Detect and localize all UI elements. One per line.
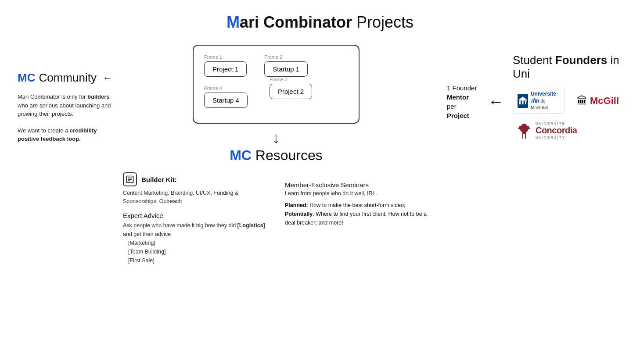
- left-arrow: ←: [103, 72, 112, 84]
- project-pill-1: Project 1: [204, 61, 247, 77]
- mcgill-logo: 🏛 McGill: [573, 93, 622, 109]
- projects-row-bottom: Frame 4 Startup 4 Frame 3 Project 2: [204, 81, 348, 108]
- udem-icon: [518, 94, 528, 108]
- page-header: Mari Combinator Projects: [18, 13, 622, 32]
- center-column: Frame 1 Project 1 Frame 2 Startup 1 Fram…: [114, 45, 438, 265]
- logos-grid: Université m̓h de Montréal 🏛 McGill: [513, 88, 622, 141]
- title-mc: Mari Combinator: [227, 13, 352, 31]
- right-column: 1 Founder Mentor per Project ← Student F…: [438, 45, 622, 163]
- page-wrapper: Mari Combinator Projects MC Community ← …: [0, 0, 640, 364]
- logos-row-1: Université m̓h de Montréal 🏛 McGill: [513, 88, 622, 114]
- expert-marketing: [Marketing]: [123, 239, 267, 247]
- project-item-3: Frame 3 Project 2: [265, 77, 312, 99]
- concordia-name: Concordia: [536, 125, 577, 136]
- project-pill-3: Project 2: [270, 84, 312, 99]
- builder-kit-desc: Content Marketing, Branding, UI/UX, Fund…: [123, 189, 267, 206]
- resource-right: Member-Exclusive Seminars Learn from peo…: [285, 172, 429, 227]
- title-m: M: [227, 13, 240, 31]
- seminars-section: Member-Exclusive Seminars Learn from peo…: [285, 181, 429, 227]
- founder-mentor-section: 1 Founder Mentor per Project ← Student F…: [447, 54, 622, 150]
- frame-1-label: Frame 1: [204, 54, 247, 60]
- student-founders-section: Student Founders in Uni: [513, 54, 622, 141]
- mc-community-heading: MC Community ←: [18, 71, 114, 85]
- page-title: Mari Combinator Projects: [18, 13, 622, 32]
- mc-feedback-text: We want to create a credibility positive…: [18, 126, 114, 143]
- notion-icon: [123, 172, 137, 186]
- seminars-subtitle: Learn from people who do it well, IRL.: [285, 190, 429, 196]
- seminars-title: Member-Exclusive Seminars: [285, 181, 429, 189]
- expert-advice-section: Expert Advice Ask people who have made i…: [123, 212, 267, 265]
- concordia-stag-icon: [516, 122, 532, 139]
- udem-text: Université m̓h de Montréal: [531, 91, 560, 111]
- founder-mentor-arrow: ←: [488, 93, 504, 111]
- community-label: Community: [39, 71, 96, 85]
- concordia-uni-top: UNIVERSITÉ: [536, 121, 577, 125]
- left-column: MC Community ← Mari Combinator is only f…: [18, 45, 114, 143]
- resource-left: Builder Kit: Content Marketing, Branding…: [123, 172, 267, 265]
- project-item-2: Frame 2 Startup 1: [264, 54, 308, 77]
- svg-rect-4: [519, 101, 521, 104]
- student-founders-title: Student Founders in Uni: [513, 54, 622, 81]
- resources-rest: Resources: [255, 147, 323, 163]
- founder-mentor-line2: per Project: [447, 102, 479, 120]
- resources-mc-m: M: [230, 147, 241, 163]
- expert-desc: Ask people who have made it big how they…: [123, 221, 267, 265]
- concordia-logo: UNIVERSITÉ Concordia UNIVERSITY: [513, 120, 580, 141]
- frame-3-label: Frame 3: [270, 77, 312, 82]
- resources-mc-c: C: [241, 147, 252, 163]
- resources-mc: MC: [230, 147, 255, 163]
- project-item-4: Frame 4 Startup 4: [204, 86, 248, 108]
- resources-grid: Builder Kit: Content Marketing, Branding…: [123, 172, 429, 265]
- main-content: MC Community ← Mari Combinator is only f…: [18, 45, 622, 265]
- project-pill-4: Startup 4: [204, 93, 248, 108]
- down-arrow: ↓: [272, 130, 280, 146]
- seminars-planned: Planned: How to make the best short-form…: [285, 201, 429, 227]
- expert-team-building: [Team Building]: [123, 247, 267, 256]
- mcgill-text: McGill: [590, 95, 619, 107]
- svg-marker-8: [518, 96, 527, 100]
- expert-first-sale: [First Sale]: [123, 256, 267, 265]
- mc-label: MC: [18, 71, 35, 85]
- title-rest: ari Combinator: [240, 13, 352, 31]
- logos-row-2: UNIVERSITÉ Concordia UNIVERSITY: [513, 120, 622, 141]
- founder-mentor-text: 1 Founder Mentor per Project: [447, 83, 479, 120]
- frame-2-label: Frame 2: [264, 54, 308, 60]
- expert-title: Expert Advice: [123, 212, 267, 219]
- title-suffix: Projects: [352, 13, 413, 31]
- builder-kit-title: Builder Kit:: [141, 176, 177, 183]
- concordia-uni-bottom: UNIVERSITY: [536, 136, 577, 139]
- builder-kit-header: Builder Kit:: [123, 172, 267, 186]
- project-item-1: Frame 1 Project 1: [204, 54, 247, 77]
- mc-description: Mari Combinator is only for builders who…: [18, 93, 114, 118]
- udem-logo: Université m̓h de Montréal: [513, 88, 564, 114]
- projects-box: Frame 1 Project 1 Frame 2 Startup 1 Fram…: [193, 45, 360, 124]
- founder-mentor-line1: 1 Founder Mentor: [447, 83, 479, 102]
- mcgill-crest-icon: 🏛: [577, 95, 587, 107]
- svg-rect-7: [519, 100, 527, 101]
- frame-4-label: Frame 4: [204, 86, 248, 91]
- svg-rect-6: [525, 101, 526, 104]
- concordia-text-block: UNIVERSITÉ Concordia UNIVERSITY: [536, 121, 577, 139]
- project-pill-2: Startup 1: [264, 61, 308, 77]
- projects-row-top: Frame 1 Project 1 Frame 2 Startup 1: [204, 54, 348, 77]
- mc-resources-title: MC Resources: [230, 147, 323, 164]
